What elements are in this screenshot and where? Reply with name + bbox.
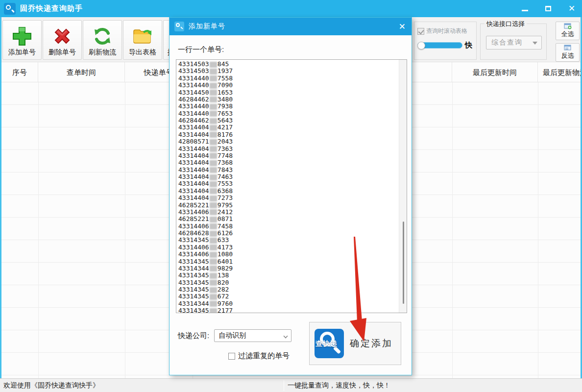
company-label: 快递公司: — [178, 331, 209, 341]
select-all-label: 全选 — [561, 30, 574, 39]
table-icon — [564, 45, 572, 51]
delete-numbers-button[interactable]: 删除单号 — [43, 20, 82, 60]
add-numbers-button[interactable]: 添加单号 — [2, 20, 42, 60]
table-plus-icon — [564, 23, 572, 29]
refresh-logistics-button[interactable]: 刷新物流 — [83, 20, 122, 60]
dialog-close-button[interactable]: ✕ — [399, 18, 406, 35]
column-header-index[interactable]: 序号 — [1, 62, 38, 82]
tracking-number-list: 4331450384543314503193743314440755843314… — [178, 61, 398, 313]
toolbar-button-label: 刷新物流 — [89, 48, 116, 57]
api-group-legend: 快递接口选择 — [485, 20, 527, 28]
scrollbar-thumb[interactable] — [403, 221, 404, 304]
api-selected-value: 综合查询 — [491, 38, 523, 47]
speed-fast-label: 快 — [465, 41, 472, 50]
api-select-dropdown[interactable]: 综合查询 — [486, 36, 542, 49]
toolbar-button-label: 删除单号 — [48, 48, 76, 57]
confirm-add-label: 确定添加 — [350, 337, 393, 350]
tracking-numbers-textarea[interactable]: 4331450384543314503193743314440755843314… — [176, 59, 407, 313]
column-header-last-update-time[interactable]: 最后更新时间 — [452, 62, 538, 82]
api-select-group: 快递接口选择 综合查询 — [480, 24, 547, 60]
minimize-button[interactable] — [519, 3, 530, 14]
filter-duplicates-checkbox[interactable] — [228, 353, 235, 360]
column-divider — [538, 82, 538, 378]
close-icon: ✕ — [568, 4, 575, 13]
scroll-table-label: 查询时滚动表格 — [426, 27, 467, 35]
invert-selection-button[interactable]: 反选 — [556, 43, 580, 62]
red-x-icon — [51, 25, 73, 47]
window-title: 固乔快递查询助手 — [20, 4, 83, 13]
status-bar: 欢迎使用《固乔快递查询快手》 一键批量查询，速度快，快，快！ — [0, 378, 582, 392]
speed-slider-handle[interactable] — [417, 42, 425, 49]
dialog-title: 添加新单号 — [189, 22, 225, 31]
dialog-titlebar[interactable]: 添加新单号 ✕ — [170, 18, 412, 35]
company-dropdown[interactable]: 自动识别 — [214, 329, 291, 342]
folder-export-icon — [132, 25, 153, 47]
chevron-down-icon — [533, 42, 537, 45]
dialog-logo-icon — [174, 22, 184, 31]
column-divider — [38, 82, 39, 378]
company-selected-value: 自动识别 — [218, 331, 246, 340]
logo-text: 查快递 — [315, 340, 345, 348]
filter-duplicates-label: 过滤重复的单号 — [238, 351, 290, 361]
toolbar-button-label: 导出表格 — [129, 48, 156, 57]
chakuaidi-logo-icon: 查快递 — [315, 329, 344, 358]
minimize-icon — [522, 10, 528, 11]
status-slogan-text: 一键批量查询，速度快，快，快！ — [288, 381, 390, 390]
add-numbers-dialog: 添加新单号 ✕ 一行一个单号: 433145038454331450319374… — [169, 17, 412, 375]
status-welcome-text: 欢迎使用《固乔快递查询快手》 — [3, 381, 284, 390]
export-table-button[interactable]: 导出表格 — [123, 20, 162, 60]
close-button[interactable]: ✕ — [566, 3, 577, 14]
speed-slider[interactable] — [417, 42, 462, 49]
filter-duplicates-option[interactable]: 过滤重复的单号 — [228, 351, 290, 361]
chevron-down-icon — [284, 334, 288, 338]
one-per-line-hint: 一行一个单号: — [178, 45, 224, 54]
invert-selection-label: 反选 — [561, 51, 574, 60]
query-options-panel: 查询时滚动表格 快 — [414, 22, 477, 60]
column-header-query-time[interactable]: 查单时间 — [38, 62, 125, 82]
toolbar-button-label: 添加单号 — [8, 48, 36, 57]
scroll-table-checkbox[interactable] — [417, 28, 424, 35]
column-divider — [452, 82, 453, 378]
column-header-last-update-logistics[interactable]: 最后更新物流 — [538, 62, 581, 82]
close-icon: ✕ — [399, 22, 406, 32]
confirm-add-button[interactable]: 查快递 确定添加 — [309, 322, 401, 365]
app-window: 固乔快递查询助手 ✕ 添加单号 删除单号 — [0, 0, 582, 392]
select-all-button[interactable]: 全选 — [556, 22, 580, 40]
plus-icon — [11, 25, 33, 47]
app-logo-icon — [4, 3, 16, 15]
window-border-left — [0, 17, 1, 378]
status-divider — [284, 380, 284, 391]
textarea-scrollbar[interactable] — [399, 60, 407, 313]
column-divider — [125, 82, 125, 378]
refresh-icon — [92, 25, 113, 47]
window-titlebar: 固乔快递查询助手 ✕ — [0, 0, 582, 17]
maximize-icon — [545, 6, 551, 11]
maximize-button[interactable] — [543, 3, 554, 14]
